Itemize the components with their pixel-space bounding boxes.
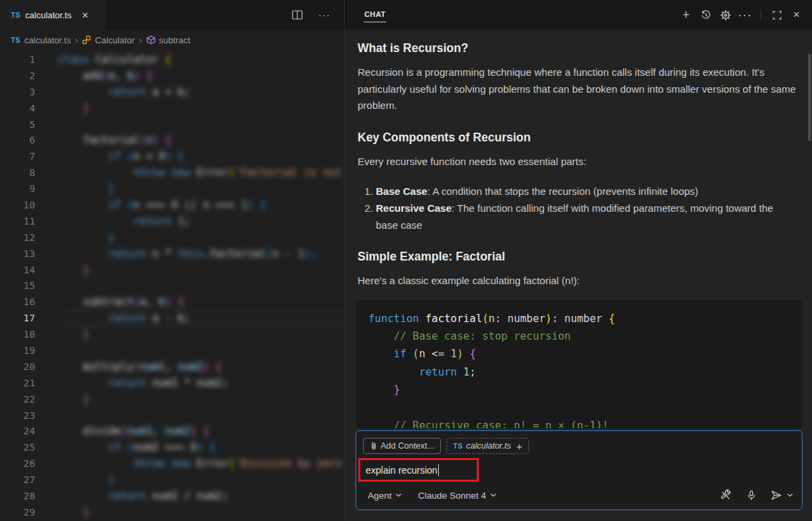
tab-calculator-ts[interactable]: TS calculator.ts × <box>0 0 106 30</box>
code-token <box>58 457 133 470</box>
code-token: ( <box>102 70 108 82</box>
code-token: { <box>609 313 615 325</box>
chat-toolbar: + ··· <box>679 7 804 22</box>
mic-button[interactable] <box>744 488 758 503</box>
line-number: 29 <box>0 505 35 521</box>
code-line: } <box>58 101 344 117</box>
mode-dropdown[interactable]: Agent <box>368 491 402 501</box>
line-number: 11 <box>0 214 35 230</box>
prompt-highlight-box: explain recursion <box>358 458 479 482</box>
line-number: 18 <box>0 327 35 343</box>
chat-list: Base Case: A condition that stops the re… <box>358 183 796 233</box>
add-icon[interactable]: + <box>516 440 522 452</box>
code-line: if (n === 0 || n === 1) { <box>58 198 344 214</box>
line-number: 14 <box>0 263 35 279</box>
code-token: if <box>108 150 121 162</box>
editor-pane: TS calculator.ts × ··· TS calculator.ts … <box>0 0 345 521</box>
code-token: ( <box>228 457 234 470</box>
code-token <box>457 366 463 378</box>
code-line: } <box>58 327 344 343</box>
code-line: } <box>58 230 344 246</box>
send-options-chevron[interactable] <box>787 493 793 497</box>
code-token: 'Division by zero <box>234 457 342 470</box>
code-line: class Calculator { <box>58 52 344 68</box>
code-token: divide <box>58 425 121 437</box>
line-number: 27 <box>0 472 35 489</box>
code-token: ) { <box>247 199 266 211</box>
maximize-panel-button[interactable] <box>769 7 784 22</box>
chat-panel-title[interactable]: CHAT <box>364 7 386 22</box>
split-editor-icon <box>292 10 303 20</box>
new-chat-button[interactable]: + <box>679 7 693 22</box>
history-button[interactable] <box>698 7 713 22</box>
code-line: if (n < 0) { <box>58 149 344 165</box>
close-panel-button[interactable]: × <box>789 7 804 22</box>
code-token: || n === <box>177 199 240 211</box>
chat-input-container: Add Context... TS calculator.ts + explai… <box>356 430 803 510</box>
code-token: ; <box>469 366 475 378</box>
editor-code[interactable]: class Calculator { add(a, b) { return a … <box>35 50 344 521</box>
tab-close-icon[interactable]: × <box>81 9 90 21</box>
toolbar-divider <box>761 9 761 20</box>
code-token: , <box>152 425 165 437</box>
code-token: this <box>177 248 202 260</box>
code-token: ( <box>412 348 419 360</box>
code-token <box>121 199 127 211</box>
code-token: n - <box>272 248 297 260</box>
code-token <box>368 348 393 360</box>
chat-panel-header: CHAT + ··· <box>345 0 812 30</box>
history-icon <box>700 9 712 21</box>
chat-paragraph: Here's a classic example calculating fac… <box>358 273 796 290</box>
context-chip-calculator-ts[interactable]: TS calculator.ts + <box>446 438 529 454</box>
code-token: new <box>171 166 190 179</box>
editor-gutter: 1234567891011121314151617181920212223242… <box>0 50 35 521</box>
typescript-file-icon: TS <box>11 11 20 19</box>
code-token <box>406 348 412 360</box>
code-token <box>58 199 108 211</box>
chat-pane: CHAT + ··· <box>345 0 812 521</box>
code-line: } <box>368 381 802 399</box>
code-token: 1 <box>298 248 304 260</box>
line-number: 21 <box>0 376 35 392</box>
code-token: ( <box>482 313 488 325</box>
scrollbar-thumb[interactable] <box>808 54 811 141</box>
tools-button[interactable] <box>719 488 733 503</box>
code-token: multiply <box>58 361 133 373</box>
send-group <box>769 488 793 503</box>
code-token: } <box>58 183 114 195</box>
code-token: throw <box>133 457 165 470</box>
code-token: n <= <box>419 348 451 360</box>
code-line: } <box>58 472 344 489</box>
code-line: } <box>58 505 344 521</box>
breadcrumb-file[interactable]: calculator.ts <box>24 35 71 45</box>
split-editor-button[interactable] <box>290 7 305 22</box>
editor-more-actions-button[interactable]: ··· <box>317 7 332 22</box>
send-button[interactable] <box>769 488 784 503</box>
code-token: , <box>146 296 159 308</box>
code-token: ) { <box>165 150 184 162</box>
code-token <box>165 166 171 179</box>
chat-input-text[interactable]: explain recursion <box>366 465 437 476</box>
chat-heading: Simple Example: Factorial <box>358 250 796 264</box>
code-line: return 1; <box>58 214 344 230</box>
line-number: 1 <box>0 52 35 68</box>
code-token: ( <box>127 199 133 211</box>
code-token: ) { <box>196 441 215 453</box>
code-token: function <box>368 313 419 325</box>
add-context-button[interactable]: Add Context... <box>363 438 441 454</box>
code-token: return <box>108 377 146 389</box>
code-token: throw <box>133 166 165 179</box>
breadcrumb-class[interactable]: Calculator <box>82 35 135 45</box>
settings-button[interactable] <box>718 7 733 22</box>
code-token: Calculator <box>89 53 165 66</box>
typescript-file-icon: TS <box>453 442 463 450</box>
code-token: b <box>158 296 165 308</box>
chat-more-button[interactable]: ··· <box>738 7 752 22</box>
breadcrumb-method[interactable]: subtract <box>146 35 190 45</box>
breadcrumb-separator: › <box>75 35 79 45</box>
code-line <box>58 117 344 133</box>
line-number: 13 <box>0 246 35 263</box>
code-token: 'Factorial is not d <box>234 166 344 179</box>
breadcrumb: TS calculator.ts › Calculator › subtract <box>0 30 344 50</box>
model-dropdown[interactable]: Claude Sonnet 4 <box>418 491 496 501</box>
